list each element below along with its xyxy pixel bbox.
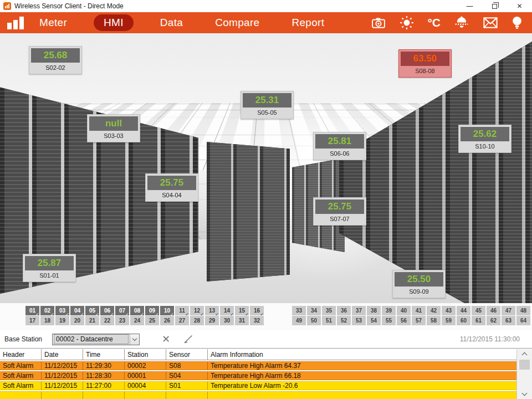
channel-cell-30[interactable]: 30 — [220, 316, 234, 325]
channel-cell-06[interactable]: 06✓ — [100, 306, 114, 315]
sensor-overlay-s05-05[interactable]: 25.31S05-05 — [241, 91, 294, 119]
column-header-station[interactable]: Station — [125, 349, 166, 360]
channel-cell-54[interactable]: 54 — [367, 316, 381, 325]
tab-report[interactable]: Report — [286, 14, 330, 31]
channel-cell-47[interactable]: 47 — [502, 306, 515, 315]
channel-cell-37[interactable]: 37 — [352, 306, 366, 315]
sensor-overlay-s02-02[interactable]: 25.68S02-02 — [29, 46, 82, 74]
column-header-alarm-information[interactable]: Alarm Information — [208, 349, 516, 360]
channel-cell-18[interactable]: 18 — [40, 316, 54, 325]
channel-cell-23[interactable]: 23 — [115, 316, 129, 325]
minimize-button[interactable]: — — [457, 0, 482, 12]
channel-cell-53[interactable]: 53 — [352, 316, 366, 325]
channel-cell-64[interactable]: 64 — [516, 316, 530, 325]
restore-button[interactable] — [482, 0, 507, 12]
scroll-down-icon[interactable] — [517, 390, 532, 399]
channel-cell-62[interactable]: 62 — [487, 316, 500, 325]
channel-cell-60[interactable]: 60 — [457, 316, 470, 325]
lightbulb-icon[interactable] — [511, 16, 523, 30]
channel-cell-55[interactable]: 55 — [382, 316, 396, 325]
channel-cell-21[interactable]: 21 — [85, 316, 99, 325]
channel-cell-01[interactable]: 01✓ — [25, 306, 39, 315]
channel-cell-32[interactable]: 32 — [250, 316, 264, 325]
channel-cell-22[interactable]: 22 — [100, 316, 114, 325]
sensor-overlay-s07-07[interactable]: 25.75S07-07 — [313, 197, 366, 226]
channel-cell-14[interactable]: 14✓ — [220, 306, 234, 315]
column-header-date[interactable]: Date — [42, 349, 83, 360]
column-header-header[interactable]: Header — [0, 349, 42, 360]
base-station-dropdown[interactable]: 00002 - Datacentre — [52, 334, 140, 345]
tab-meter[interactable]: Meter — [34, 14, 73, 31]
channel-cell-49[interactable]: 49 — [292, 316, 306, 325]
celsius-unit-icon[interactable]: °C — [427, 16, 441, 29]
sensor-overlay-s04-04[interactable]: 25.75S04-04 — [145, 173, 198, 202]
channel-cell-46[interactable]: 46 — [487, 306, 500, 315]
channel-cell-57[interactable]: 57 — [412, 316, 426, 325]
channel-cell-40[interactable]: 40 — [397, 306, 411, 315]
channel-cell-38[interactable]: 38 — [367, 306, 381, 315]
channel-cell-27[interactable]: 27 — [175, 316, 189, 325]
alarm-bell-icon[interactable] — [453, 16, 470, 30]
alarm-row[interactable]: Soft Alarm11/12/201511:29:3000002S08Temp… — [0, 361, 516, 370]
channel-cell-61[interactable]: 61 — [472, 316, 485, 325]
channel-cell-08[interactable]: 08✓ — [130, 306, 144, 315]
channel-cell-02[interactable]: 02✓ — [40, 306, 54, 315]
mail-icon[interactable] — [483, 17, 498, 29]
channel-cell-11[interactable]: 11✓ — [175, 306, 189, 315]
clear-icon[interactable]: ✕ — [162, 333, 170, 345]
alarm-row[interactable]: Soft Alarm11/12/201511:28:3000001S04Temp… — [0, 371, 516, 380]
channel-cell-35[interactable]: 35 — [322, 306, 336, 315]
channel-cell-20[interactable]: 20 — [70, 316, 84, 325]
channel-cell-63[interactable]: 63 — [502, 316, 515, 325]
channel-cell-36[interactable]: 36 — [337, 306, 351, 315]
channel-cell-15[interactable]: 15✓ — [235, 306, 249, 315]
sensor-overlay-s06-06[interactable]: 25.81S06-06 — [313, 132, 366, 160]
close-button[interactable]: ✕ — [507, 0, 532, 12]
tab-hmi[interactable]: HMI — [94, 14, 134, 31]
sensor-overlay-s03-03[interactable]: nullS03-03 — [87, 114, 140, 142]
alarm-row[interactable]: Soft Alarm11/12/201511:27:0000004S01Temp… — [0, 381, 516, 390]
channel-cell-24[interactable]: 24 — [130, 316, 144, 325]
channel-cell-51[interactable]: 51 — [322, 316, 336, 325]
sensor-overlay-s01-01[interactable]: 25.87S01-01 — [23, 254, 76, 282]
channel-cell-44[interactable]: 44 — [457, 306, 470, 315]
channel-cell-25[interactable]: 25 — [145, 316, 159, 325]
channel-cell-42[interactable]: 42 — [427, 306, 441, 315]
column-header-time[interactable]: Time — [83, 349, 125, 360]
channel-cell-59[interactable]: 59 — [442, 316, 456, 325]
channel-cell-12[interactable]: 12✓ — [190, 306, 204, 315]
channel-cell-26[interactable]: 26 — [160, 316, 174, 325]
channel-cell-48[interactable]: 48 — [516, 306, 530, 315]
channel-cell-41[interactable]: 41 — [412, 306, 426, 315]
sensor-overlay-s09-09[interactable]: 25.50S09-09 — [392, 270, 446, 298]
channel-cell-04[interactable]: 04✓ — [70, 306, 84, 315]
tab-compare[interactable]: Compare — [209, 14, 265, 31]
sensor-overlay-s08-08[interactable]: 63.50S08-08 — [398, 49, 452, 78]
pencil-edit-icon[interactable] — [182, 334, 195, 345]
channel-cell-16[interactable]: 16✓ — [250, 306, 264, 315]
channel-cell-56[interactable]: 56 — [397, 316, 411, 325]
tab-data[interactable]: Data — [155, 14, 188, 31]
channel-cell-19[interactable]: 19 — [55, 316, 69, 325]
channel-cell-58[interactable]: 58 — [427, 316, 441, 325]
channel-cell-09[interactable]: 09✓ — [145, 306, 159, 315]
column-header-sensor[interactable]: Sensor — [166, 349, 208, 360]
channel-cell-52[interactable]: 52 — [337, 316, 351, 325]
channel-cell-33[interactable]: 33 — [292, 306, 306, 315]
scroll-up-icon[interactable] — [517, 349, 532, 359]
chevron-down-icon[interactable] — [130, 334, 139, 345]
channel-cell-17[interactable]: 17 — [25, 316, 39, 325]
brightness-sun-icon[interactable] — [399, 16, 415, 30]
channel-cell-03[interactable]: 03✓ — [55, 306, 69, 315]
channel-cell-13[interactable]: 13✓ — [205, 306, 219, 315]
channel-cell-50[interactable]: 50 — [307, 316, 321, 325]
channel-cell-10[interactable]: 10✓ — [160, 306, 174, 315]
scrollbar-thumb[interactable] — [519, 360, 530, 370]
table-scrollbar[interactable] — [516, 349, 532, 399]
channel-cell-05[interactable]: 05✓ — [85, 306, 99, 315]
channel-cell-43[interactable]: 43 — [442, 306, 456, 315]
camera-icon[interactable] — [371, 16, 386, 29]
channel-cell-29[interactable]: 29 — [205, 316, 219, 325]
channel-cell-31[interactable]: 31 — [235, 316, 249, 325]
channel-cell-07[interactable]: 07✓ — [115, 306, 129, 315]
